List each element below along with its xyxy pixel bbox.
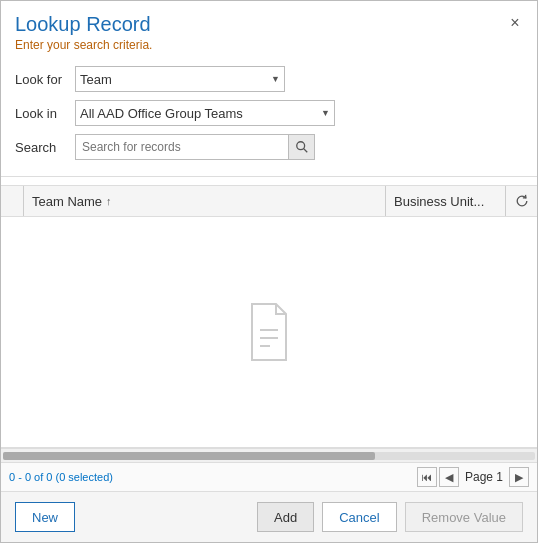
page-info: Page 1 — [465, 470, 503, 484]
look-in-row: Look in All AAD Office Group Teams — [15, 100, 523, 126]
look-in-select[interactable]: All AAD Office Group Teams — [75, 100, 335, 126]
h-scroll-track — [3, 452, 535, 460]
search-icon — [295, 140, 309, 154]
table-area: Team Name ↑ Business Unit... — [1, 185, 537, 491]
pagination: ⏮ ◀ Page 1 ▶ — [417, 467, 529, 487]
table-header: Team Name ↑ Business Unit... — [1, 185, 537, 217]
refresh-icon — [515, 194, 529, 208]
record-count: 0 - 0 of 0 (0 selected) — [9, 471, 113, 483]
empty-state — [244, 302, 294, 362]
h-scroll-thumb — [3, 452, 375, 460]
divider — [1, 176, 537, 177]
search-row: Search — [15, 134, 523, 160]
form-section: Look for Team Look in All AAD Office Gro… — [1, 56, 537, 176]
remove-value-button[interactable]: Remove Value — [405, 502, 523, 532]
next-page-button[interactable]: ▶ — [509, 467, 529, 487]
cancel-button[interactable]: Cancel — [322, 502, 396, 532]
search-input-wrapper — [75, 134, 315, 160]
look-in-label: Look in — [15, 106, 75, 121]
look-for-select[interactable]: Team — [75, 66, 285, 92]
dialog-title: Lookup Record — [15, 13, 523, 36]
th-business[interactable]: Business Unit... — [385, 186, 505, 216]
empty-file-icon — [244, 302, 294, 362]
th-business-label: Business Unit... — [394, 194, 484, 209]
add-button[interactable]: Add — [257, 502, 314, 532]
svg-point-0 — [296, 142, 304, 150]
first-page-button[interactable]: ⏮ — [417, 467, 437, 487]
dialog-header: Lookup Record Enter your search criteria… — [1, 1, 537, 56]
lookup-record-dialog: Lookup Record Enter your search criteria… — [0, 0, 538, 543]
new-button[interactable]: New — [15, 502, 75, 532]
th-spacer — [1, 186, 23, 216]
dialog-subtitle: Enter your search criteria. — [15, 38, 523, 52]
search-input[interactable] — [76, 135, 288, 159]
th-refresh[interactable] — [505, 186, 537, 216]
prev-page-button[interactable]: ◀ — [439, 467, 459, 487]
table-footer: 0 - 0 of 0 (0 selected) ⏮ ◀ Page 1 ▶ — [1, 462, 537, 491]
search-label: Search — [15, 140, 75, 155]
close-button[interactable]: × — [505, 13, 525, 33]
look-for-row: Look for Team — [15, 66, 523, 92]
dialog-footer: New Add Cancel Remove Value — [1, 491, 537, 542]
search-button[interactable] — [288, 135, 314, 159]
th-team-name[interactable]: Team Name ↑ — [23, 186, 385, 216]
look-for-label: Look for — [15, 72, 75, 87]
svg-line-1 — [303, 149, 307, 153]
horizontal-scrollbar[interactable] — [1, 448, 537, 462]
table-body — [1, 217, 537, 448]
th-sort-arrow: ↑ — [106, 195, 112, 207]
look-in-select-wrapper: All AAD Office Group Teams — [75, 100, 335, 126]
th-team-name-label: Team Name — [32, 194, 102, 209]
look-for-select-wrapper: Team — [75, 66, 285, 92]
